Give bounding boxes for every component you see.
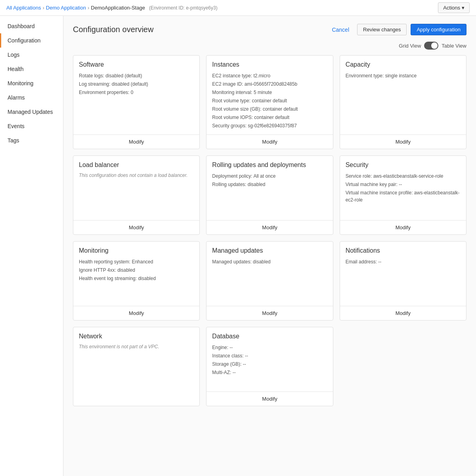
card-body-instances: InstancesEC2 instance type: t2.microEC2 … <box>206 56 333 134</box>
card-network: NetworkThis environment is not part of a… <box>73 327 200 406</box>
card-capacity: CapacityEnvironment type: single instanc… <box>340 55 466 149</box>
modify-button-rolling-updates[interactable]: Modify <box>210 224 329 231</box>
view-toggle-switch[interactable] <box>424 42 438 50</box>
card-load-balancer: Load balancerThis configuration does not… <box>73 155 200 235</box>
card-row-capacity-0: Environment type: single instance <box>346 72 461 79</box>
modify-button-monitoring[interactable]: Modify <box>76 309 196 317</box>
card-body-load-balancer: Load balancerThis configuration does not… <box>73 156 199 220</box>
card-row-monitoring-0: Health reporting system: Enhanced <box>79 258 194 265</box>
card-footer-database: Modify <box>206 392 333 406</box>
actions-button[interactable]: Actions ▾ <box>438 2 470 13</box>
card-row-instances-1: EC2 image ID: ami-05665f7200d82485b <box>212 81 327 88</box>
actions-label: Actions <box>443 5 460 11</box>
card-italic-load-balancer: This configuration does not contain a lo… <box>79 173 194 178</box>
card-footer-instances: Modify <box>206 134 333 149</box>
card-title-database: Database <box>212 333 327 340</box>
card-title-managed-updates: Managed updates <box>212 247 327 254</box>
card-body-software: SoftwareRotate logs: disabled (default)L… <box>73 56 199 134</box>
card-row-database-0: Engine: -- <box>212 344 327 351</box>
card-row-instances-0: EC2 instance type: t2.micro <box>212 72 327 79</box>
card-body-security: SecurityService role: aws-elasticbeansta… <box>340 156 466 220</box>
card-security: SecurityService role: aws-elasticbeansta… <box>340 155 466 235</box>
card-footer-security: Modify <box>340 220 466 234</box>
view-toggle: Grid View Table View <box>73 42 466 50</box>
card-body-notifications: NotificationsEmail address: -- <box>340 242 466 306</box>
card-title-notifications: Notifications <box>346 247 461 254</box>
apply-configuration-button[interactable]: Apply configuration <box>411 24 466 35</box>
grid-view-label: Grid View <box>399 43 421 49</box>
card-row-software-1: Log streaming: disabled (default) <box>79 81 194 88</box>
card-row-database-1: Instance class: -- <box>212 352 327 359</box>
card-title-security: Security <box>346 161 461 169</box>
main-layout: Dashboard Configuration Logs Health Moni… <box>0 16 476 476</box>
card-rolling-updates: Rolling updates and deploymentsDeploymen… <box>206 155 333 235</box>
card-body-network: NetworkThis environment is not part of a… <box>73 327 199 406</box>
card-body-database: DatabaseEngine: --Instance class: --Stor… <box>206 327 333 392</box>
all-apps-link[interactable]: All Applications <box>6 5 41 11</box>
card-row-security-1: Virtual machine key pair: -- <box>346 181 461 188</box>
modify-button-database[interactable]: Modify <box>210 395 329 403</box>
card-row-notifications-0: Email address: -- <box>346 258 461 265</box>
review-changes-button[interactable]: Review changes <box>357 24 407 35</box>
card-notifications: NotificationsEmail address: -- Modify <box>340 241 466 321</box>
sidebar-item-alarms[interactable]: Alarms <box>0 90 63 105</box>
sidebar-item-dashboard[interactable]: Dashboard <box>0 19 63 33</box>
card-footer-software: Modify <box>73 134 199 149</box>
modify-button-load-balancer[interactable]: Modify <box>76 224 196 231</box>
card-row-instances-2: Monitoring interval: 5 minute <box>212 89 327 96</box>
sidebar-item-configuration[interactable]: Configuration <box>0 33 63 48</box>
card-row-security-2: Virtual machine instance profile: aws-el… <box>346 189 461 203</box>
modify-button-software[interactable]: Modify <box>76 138 196 146</box>
modify-button-instances[interactable]: Modify <box>210 138 329 146</box>
card-monitoring: MonitoringHealth reporting system: Enhan… <box>73 241 200 321</box>
cards-grid: SoftwareRotate logs: disabled (default)L… <box>73 55 466 406</box>
sidebar-item-tags[interactable]: Tags <box>0 133 63 148</box>
env-id: (Environment ID: e-pmtqsye6y3) <box>149 5 218 11</box>
card-title-network: Network <box>79 333 194 340</box>
card-row-security-0: Service role: aws-elasticbeanstalk-servi… <box>346 173 461 180</box>
card-instances: InstancesEC2 instance type: t2.microEC2 … <box>206 55 333 149</box>
env-name: DemoApplication-Stage <box>91 5 145 11</box>
card-row-instances-5: Root volume IOPS: container default <box>212 114 327 121</box>
card-row-rolling-updates-1: Rolling updates: disabled <box>212 181 327 188</box>
card-row-software-0: Rotate logs: disabled (default) <box>79 72 194 79</box>
card-footer-load-balancer: Modify <box>73 220 199 234</box>
card-row-instances-6: Security groups: sg-02f6e826940375f87 <box>212 122 327 129</box>
modify-button-managed-updates[interactable]: Modify <box>210 309 329 317</box>
modify-button-notifications[interactable]: Modify <box>343 309 463 317</box>
config-actions: Cancel Review changes Apply configuratio… <box>328 24 466 35</box>
sidebar-item-monitoring[interactable]: Monitoring <box>0 76 63 90</box>
chevron-down-icon: ▾ <box>462 5 465 11</box>
demo-app-link[interactable]: Demo Application <box>46 5 86 11</box>
card-title-load-balancer: Load balancer <box>79 161 194 169</box>
cancel-button[interactable]: Cancel <box>328 24 353 35</box>
top-bar: All Applications › Demo Application › De… <box>0 0 476 16</box>
sidebar-item-managed-updates[interactable]: Managed Updates <box>0 105 63 119</box>
card-title-monitoring: Monitoring <box>79 247 194 254</box>
card-footer-monitoring: Modify <box>73 306 199 320</box>
card-body-rolling-updates: Rolling updates and deploymentsDeploymen… <box>206 156 333 220</box>
card-title-software: Software <box>79 61 194 68</box>
card-row-rolling-updates-0: Deployment policy: All at once <box>212 173 327 180</box>
card-row-managed-updates-0: Managed updates: disabled <box>212 258 327 265</box>
card-title-instances: Instances <box>212 61 327 68</box>
sidebar-item-health[interactable]: Health <box>0 62 63 76</box>
card-title-capacity: Capacity <box>346 61 461 68</box>
card-row-instances-4: Root volume size (GB): container default <box>212 106 327 113</box>
table-view-label: Table View <box>442 43 466 49</box>
card-footer-managed-updates: Modify <box>206 306 333 320</box>
breadcrumb: All Applications › Demo Application › De… <box>6 5 218 11</box>
card-row-monitoring-1: Ignore HTTP 4xx: disabled <box>79 267 194 274</box>
config-header: Configuration overview Cancel Review cha… <box>73 24 466 35</box>
card-body-managed-updates: Managed updatesManaged updates: disabled <box>206 242 333 306</box>
card-body-monitoring: MonitoringHealth reporting system: Enhan… <box>73 242 199 306</box>
card-managed-updates: Managed updatesManaged updates: disabled… <box>206 241 333 321</box>
card-body-capacity: CapacityEnvironment type: single instanc… <box>340 56 466 134</box>
card-italic-network: This environment is not part of a VPC. <box>79 344 194 349</box>
modify-button-security[interactable]: Modify <box>343 224 463 231</box>
card-database: DatabaseEngine: --Instance class: --Stor… <box>206 327 333 406</box>
sidebar-item-logs[interactable]: Logs <box>0 48 63 62</box>
modify-button-capacity[interactable]: Modify <box>343 138 463 146</box>
sidebar-item-events[interactable]: Events <box>0 119 63 133</box>
breadcrumb-sep-1: › <box>42 5 44 11</box>
